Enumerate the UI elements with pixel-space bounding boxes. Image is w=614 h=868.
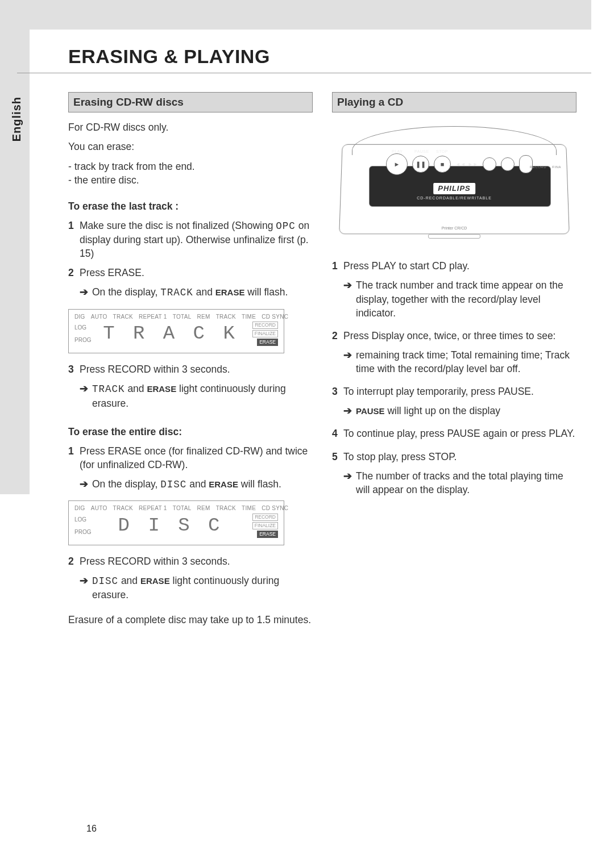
- content-columns: Erasing CD-RW discs For CD-RW discs only…: [68, 92, 580, 633]
- you-can-erase: You can erase:: [68, 140, 313, 153]
- last-track-step-3-arrow: ➔ TRACK and ERASE light continuously dur…: [68, 382, 313, 410]
- intro-text: For CD-RW discs only.: [68, 120, 313, 134]
- play-step-4: 4 To continue play, press PAUSE again or…: [332, 427, 576, 440]
- arrow-body: remaining track time; Total remaining ti…: [356, 348, 576, 375]
- entire-disc-step-1: 1 Press ERASE once (for finalized CD-RW)…: [68, 444, 313, 471]
- play-step-1-arrow: ➔ The track number and track time appear…: [332, 278, 576, 319]
- device-illustration: PLAY PAUSE STOP ► ❚❚ ■ ◄◄ ►► RECORD FINA: [335, 120, 574, 245]
- play-step-2: 2 Press Display once, twice, or three ti…: [332, 329, 576, 343]
- stop-button-icon: ■: [434, 156, 451, 173]
- heading-erase-entire-disc: To erase the entire disc:: [68, 425, 313, 439]
- play-step-2-arrow: ➔ remaining track time; Total remaining …: [332, 348, 576, 375]
- top-gray-band: [30, 0, 591, 30]
- step-body: To continue play, press PAUSE again or p…: [343, 427, 576, 440]
- lcd-main-text: D I S C: [94, 512, 247, 539]
- open-lever: [519, 155, 533, 173]
- next-icon: ►►: [468, 161, 478, 168]
- section-erasing: Erasing CD-RW discs: [68, 92, 313, 112]
- erasure-note: Erasure of a complete disc may take up t…: [68, 613, 313, 627]
- arrow-icon: ➔: [343, 278, 356, 292]
- arrow-body: DISC and ERASE light continuously during…: [92, 574, 313, 602]
- brand-logo: PHILIPS: [433, 183, 475, 194]
- step-number: 1: [332, 259, 343, 273]
- step-number: 3: [332, 385, 343, 398]
- arrow-icon: ➔: [80, 477, 92, 491]
- arrow-icon: ➔: [343, 348, 356, 362]
- step-number: 4: [332, 427, 343, 440]
- step-number: 2: [332, 329, 343, 343]
- last-track-step-3: 3 Press RECORD within 3 seconds.: [68, 362, 313, 376]
- arrow-body: TRACK and ERASE light continuously durin…: [92, 382, 313, 410]
- label-record: RECORD: [530, 165, 546, 169]
- right-column: Playing a CD PLAY PAUSE STOP ► ❚❚ ■ ◄◄ ►…: [332, 92, 576, 633]
- prev-icon: ◄◄: [455, 161, 466, 168]
- label-finalize: FINA: [552, 165, 561, 169]
- step-body: Press RECORD within 3 seconds.: [80, 362, 313, 376]
- lcd-top-row: DIG AUTO TRACK REPEAT 1 TOTAL REM TRACK …: [74, 313, 278, 321]
- arrow-icon: ➔: [80, 285, 92, 299]
- step-body: Press RECORD within 3 seconds.: [80, 554, 313, 568]
- page-number: 16: [86, 824, 97, 834]
- lcd-mid: LOG PROG T R A C K RECORD FINALIZE ERASE: [74, 320, 278, 347]
- arrow-icon: ➔: [343, 404, 356, 418]
- step-number: 1: [68, 219, 80, 260]
- device-foot: [428, 234, 480, 239]
- control-row: ► ❚❚ ■ ◄◄ ►►: [386, 153, 545, 175]
- entire-disc-step-2-arrow: ➔ DISC and ERASE light continuously duri…: [68, 574, 313, 602]
- step-number: 3: [68, 362, 80, 376]
- arrow-body: The number of tracks and the total playi…: [356, 469, 576, 496]
- play-button-icon: ►: [386, 153, 408, 175]
- play-step-1: 1 Press PLAY to start CD play.: [332, 259, 576, 273]
- entire-disc-step-2: 2 Press RECORD within 3 seconds.: [68, 554, 313, 568]
- step-number: 2: [68, 266, 80, 279]
- play-step-5-arrow: ➔ The number of tracks and the total pla…: [332, 469, 576, 496]
- step-body: Press Display once, twice, or three time…: [343, 329, 576, 343]
- arrow-body: The track number and track time appear o…: [356, 278, 576, 319]
- bullet-entire-disc: - the entire disc.: [68, 173, 313, 187]
- lcd-left-labels: LOG PROG: [74, 516, 94, 536]
- arrow-body: On the display, DISC and ERASE will flas…: [92, 477, 313, 491]
- step-body: Make sure the disc is not finalized (Sho…: [80, 219, 313, 260]
- entire-disc-step-1-arrow: ➔ On the display, DISC and ERASE will fl…: [68, 477, 313, 491]
- pause-button-icon: ❚❚: [412, 156, 429, 173]
- step-number: 5: [332, 450, 343, 464]
- play-step-3-arrow: ➔ PAUSE will light up on the display: [332, 404, 576, 418]
- play-step-3: 3 To interrupt play temporarily, press P…: [332, 385, 576, 398]
- device-subtext: CD-RECORDABLE/REWRITABLE: [417, 195, 492, 201]
- lcd-top-row: DIG AUTO TRACK REPEAT 1 TOTAL REM TRACK …: [74, 504, 278, 512]
- knob-2: [501, 157, 515, 171]
- step-body: Press ERASE.: [80, 266, 313, 279]
- arrow-icon: ➔: [343, 469, 356, 483]
- arrow-body: On the display, TRACK and ERASE will fla…: [92, 285, 313, 299]
- lcd-right-labels: RECORD FINALIZE ERASE: [247, 322, 278, 346]
- step-body: Press ERASE once (for finalized CD-RW) a…: [80, 444, 313, 471]
- arrow-body: PAUSE will light up on the display: [356, 404, 576, 418]
- lcd-right-labels: RECORD FINALIZE ERASE: [247, 514, 278, 538]
- arrow-icon: ➔: [80, 382, 92, 395]
- last-track-step-2: 2 Press ERASE.: [68, 266, 313, 279]
- heading-erase-last-track: To erase the last track :: [68, 199, 313, 213]
- left-gray-band: [0, 0, 30, 494]
- arrow-icon: ➔: [80, 574, 92, 587]
- step-number: 2: [68, 554, 80, 568]
- lcd-display-disc: DIG AUTO TRACK REPEAT 1 TOTAL REM TRACK …: [68, 500, 284, 545]
- play-step-5: 5 To stop play, press STOP.: [332, 450, 576, 464]
- lcd-mid: LOG PROG D I S C RECORD FINALIZE ERASE: [74, 512, 278, 539]
- knob-1: [483, 157, 496, 171]
- step-number: 1: [68, 444, 80, 471]
- bullet-track-by-track: - track by track from the end.: [68, 160, 313, 173]
- last-track-step-1: 1 Make sure the disc is not finalized (S…: [68, 219, 313, 260]
- language-tab: English: [10, 97, 23, 141]
- step-body: Press PLAY to start CD play.: [343, 259, 576, 273]
- device-base-label: Printer CR/CD: [442, 226, 467, 231]
- lcd-left-labels: LOG PROG: [74, 324, 94, 344]
- manual-page: ERASING & PLAYING English Erasing CD-RW …: [0, 0, 614, 868]
- lcd-main-text: T R A C K: [94, 320, 247, 347]
- step-body: To interrupt play temporarily, press PAU…: [343, 385, 576, 398]
- lcd-display-track: DIG AUTO TRACK REPEAT 1 TOTAL REM TRACK …: [68, 309, 284, 354]
- title-rule: [17, 73, 591, 73]
- step-body: To stop play, press STOP.: [343, 450, 576, 464]
- page-title: ERASING & PLAYING: [68, 45, 270, 68]
- section-playing: Playing a CD: [332, 92, 576, 112]
- left-column: Erasing CD-RW discs For CD-RW discs only…: [68, 92, 313, 633]
